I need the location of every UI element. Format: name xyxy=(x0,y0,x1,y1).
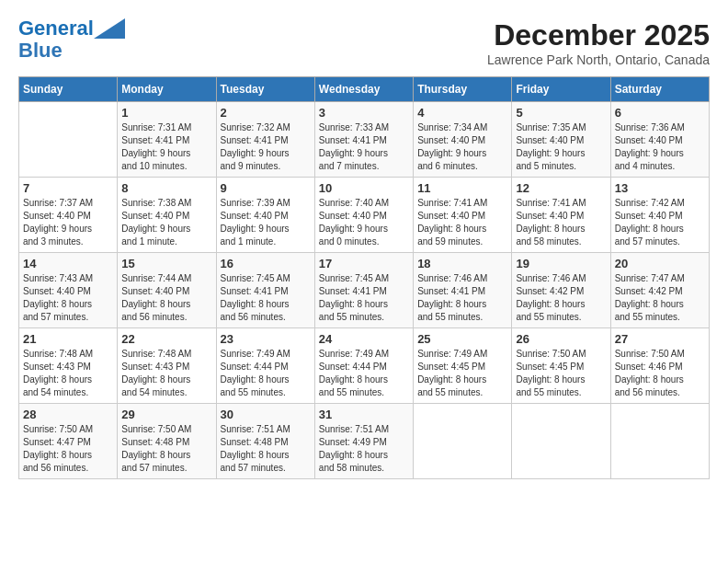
title-area: December 2025 Lawrence Park North, Ontar… xyxy=(487,18,710,67)
day-info: Sunrise: 7:48 AM Sunset: 4:43 PM Dayligh… xyxy=(121,348,211,399)
calendar-day-cell: 17Sunrise: 7:45 AM Sunset: 4:41 PM Dayli… xyxy=(314,253,413,328)
day-number: 20 xyxy=(615,257,705,270)
day-info: Sunrise: 7:38 AM Sunset: 4:40 PM Dayligh… xyxy=(121,197,211,248)
day-info: Sunrise: 7:40 AM Sunset: 4:40 PM Dayligh… xyxy=(319,197,409,248)
calendar-day-cell xyxy=(512,404,610,479)
day-number: 14 xyxy=(23,257,113,270)
day-number: 27 xyxy=(615,332,705,346)
calendar-day-cell: 30Sunrise: 7:51 AM Sunset: 4:48 PM Dayli… xyxy=(216,404,314,479)
calendar-day-cell xyxy=(610,404,709,479)
day-info: Sunrise: 7:34 AM Sunset: 4:40 PM Dayligh… xyxy=(417,121,507,173)
day-info: Sunrise: 7:48 AM Sunset: 4:43 PM Dayligh… xyxy=(23,348,113,399)
calendar-day-cell: 22Sunrise: 7:48 AM Sunset: 4:43 PM Dayli… xyxy=(118,328,216,404)
svg-marker-0 xyxy=(94,18,125,39)
day-info: Sunrise: 7:49 AM Sunset: 4:45 PM Dayligh… xyxy=(417,348,507,399)
calendar-day-cell: 28Sunrise: 7:50 AM Sunset: 4:47 PM Dayli… xyxy=(19,404,118,479)
day-info: Sunrise: 7:46 AM Sunset: 4:42 PM Dayligh… xyxy=(516,272,606,324)
day-info: Sunrise: 7:47 AM Sunset: 4:42 PM Dayligh… xyxy=(615,272,705,324)
day-info: Sunrise: 7:50 AM Sunset: 4:46 PM Dayligh… xyxy=(615,348,705,399)
day-info: Sunrise: 7:39 AM Sunset: 4:40 PM Dayligh… xyxy=(221,197,311,248)
day-info: Sunrise: 7:35 AM Sunset: 4:40 PM Dayligh… xyxy=(516,121,606,173)
day-number: 31 xyxy=(319,408,409,421)
day-number: 29 xyxy=(121,408,211,421)
day-number: 23 xyxy=(221,332,311,346)
calendar-day-cell: 12Sunrise: 7:41 AM Sunset: 4:40 PM Dayli… xyxy=(512,178,610,253)
day-info: Sunrise: 7:49 AM Sunset: 4:44 PM Dayligh… xyxy=(319,348,409,399)
calendar-day-cell: 18Sunrise: 7:46 AM Sunset: 4:41 PM Dayli… xyxy=(414,253,512,328)
logo-blue: Blue xyxy=(18,39,63,62)
day-info: Sunrise: 7:50 AM Sunset: 4:47 PM Dayligh… xyxy=(23,423,113,475)
day-info: Sunrise: 7:46 AM Sunset: 4:41 PM Dayligh… xyxy=(417,272,507,324)
day-info: Sunrise: 7:51 AM Sunset: 4:48 PM Dayligh… xyxy=(221,423,311,475)
weekday-header-row: SundayMondayTuesdayWednesdayThursdayFrid… xyxy=(19,77,710,102)
calendar-day-cell: 6Sunrise: 7:36 AM Sunset: 4:40 PM Daylig… xyxy=(610,102,709,178)
day-number: 3 xyxy=(319,106,409,120)
calendar-day-cell: 21Sunrise: 7:48 AM Sunset: 4:43 PM Dayli… xyxy=(19,328,118,404)
day-number: 11 xyxy=(417,181,507,195)
weekday-header-cell: Thursday xyxy=(414,77,512,102)
calendar-week-row: 28Sunrise: 7:50 AM Sunset: 4:47 PM Dayli… xyxy=(19,404,710,479)
day-number: 13 xyxy=(615,181,705,195)
weekday-header-cell: Sunday xyxy=(19,77,118,102)
day-info: Sunrise: 7:41 AM Sunset: 4:40 PM Dayligh… xyxy=(516,197,606,248)
day-info: Sunrise: 7:42 AM Sunset: 4:40 PM Dayligh… xyxy=(615,197,705,248)
day-number: 8 xyxy=(121,181,211,195)
logo: General Blue xyxy=(18,18,125,63)
day-info: Sunrise: 7:36 AM Sunset: 4:40 PM Dayligh… xyxy=(615,121,705,173)
weekday-header-cell: Saturday xyxy=(610,77,709,102)
day-number: 19 xyxy=(516,257,606,270)
calendar-week-row: 14Sunrise: 7:43 AM Sunset: 4:40 PM Dayli… xyxy=(19,253,710,328)
day-info: Sunrise: 7:33 AM Sunset: 4:41 PM Dayligh… xyxy=(319,121,409,173)
calendar-day-cell: 23Sunrise: 7:49 AM Sunset: 4:44 PM Dayli… xyxy=(216,328,314,404)
calendar-day-cell: 15Sunrise: 7:44 AM Sunset: 4:40 PM Dayli… xyxy=(118,253,216,328)
calendar-day-cell: 26Sunrise: 7:50 AM Sunset: 4:45 PM Dayli… xyxy=(512,328,610,404)
day-number: 16 xyxy=(221,257,311,270)
calendar-day-cell: 3Sunrise: 7:33 AM Sunset: 4:41 PM Daylig… xyxy=(314,102,413,178)
day-info: Sunrise: 7:45 AM Sunset: 4:41 PM Dayligh… xyxy=(221,272,311,324)
day-number: 12 xyxy=(516,181,606,195)
calendar-day-cell: 1Sunrise: 7:31 AM Sunset: 4:41 PM Daylig… xyxy=(118,102,216,178)
calendar-day-cell: 13Sunrise: 7:42 AM Sunset: 4:40 PM Dayli… xyxy=(610,178,709,253)
day-number: 7 xyxy=(23,181,113,195)
day-number: 1 xyxy=(121,106,211,120)
calendar-day-cell: 29Sunrise: 7:50 AM Sunset: 4:48 PM Dayli… xyxy=(118,404,216,479)
calendar-day-cell xyxy=(414,404,512,479)
day-number: 18 xyxy=(417,257,507,270)
weekday-header-cell: Tuesday xyxy=(216,77,314,102)
calendar-day-cell: 7Sunrise: 7:37 AM Sunset: 4:40 PM Daylig… xyxy=(19,178,118,253)
logo-icon xyxy=(94,18,125,39)
day-number: 30 xyxy=(221,408,311,421)
calendar-day-cell: 20Sunrise: 7:47 AM Sunset: 4:42 PM Dayli… xyxy=(610,253,709,328)
month-title: December 2025 xyxy=(487,18,710,52)
day-number: 24 xyxy=(319,332,409,346)
weekday-header-cell: Monday xyxy=(118,77,216,102)
day-number: 25 xyxy=(417,332,507,346)
calendar-day-cell: 19Sunrise: 7:46 AM Sunset: 4:42 PM Dayli… xyxy=(512,253,610,328)
day-number: 28 xyxy=(23,408,113,421)
weekday-header-cell: Friday xyxy=(512,77,610,102)
day-info: Sunrise: 7:50 AM Sunset: 4:48 PM Dayligh… xyxy=(121,423,211,475)
calendar-day-cell: 2Sunrise: 7:32 AM Sunset: 4:41 PM Daylig… xyxy=(216,102,314,178)
calendar-day-cell: 27Sunrise: 7:50 AM Sunset: 4:46 PM Dayli… xyxy=(610,328,709,404)
calendar-day-cell: 4Sunrise: 7:34 AM Sunset: 4:40 PM Daylig… xyxy=(414,102,512,178)
day-info: Sunrise: 7:43 AM Sunset: 4:40 PM Dayligh… xyxy=(23,272,113,324)
calendar-day-cell: 5Sunrise: 7:35 AM Sunset: 4:40 PM Daylig… xyxy=(512,102,610,178)
day-info: Sunrise: 7:45 AM Sunset: 4:41 PM Dayligh… xyxy=(319,272,409,324)
calendar-day-cell: 8Sunrise: 7:38 AM Sunset: 4:40 PM Daylig… xyxy=(118,178,216,253)
day-number: 5 xyxy=(516,106,606,120)
header: General Blue December 2025 Lawrence Park… xyxy=(18,18,710,67)
day-number: 6 xyxy=(615,106,705,120)
day-info: Sunrise: 7:32 AM Sunset: 4:41 PM Dayligh… xyxy=(221,121,311,173)
day-info: Sunrise: 7:51 AM Sunset: 4:49 PM Dayligh… xyxy=(319,423,409,475)
day-number: 2 xyxy=(221,106,311,120)
day-number: 4 xyxy=(417,106,507,120)
calendar-day-cell: 24Sunrise: 7:49 AM Sunset: 4:44 PM Dayli… xyxy=(314,328,413,404)
weekday-header-cell: Wednesday xyxy=(314,77,413,102)
day-info: Sunrise: 7:44 AM Sunset: 4:40 PM Dayligh… xyxy=(121,272,211,324)
calendar-day-cell xyxy=(19,102,118,178)
day-info: Sunrise: 7:37 AM Sunset: 4:40 PM Dayligh… xyxy=(23,197,113,248)
day-number: 17 xyxy=(319,257,409,270)
calendar-day-cell: 14Sunrise: 7:43 AM Sunset: 4:40 PM Dayli… xyxy=(19,253,118,328)
location: Lawrence Park North, Ontario, Canada xyxy=(487,52,710,67)
day-info: Sunrise: 7:41 AM Sunset: 4:40 PM Dayligh… xyxy=(417,197,507,248)
